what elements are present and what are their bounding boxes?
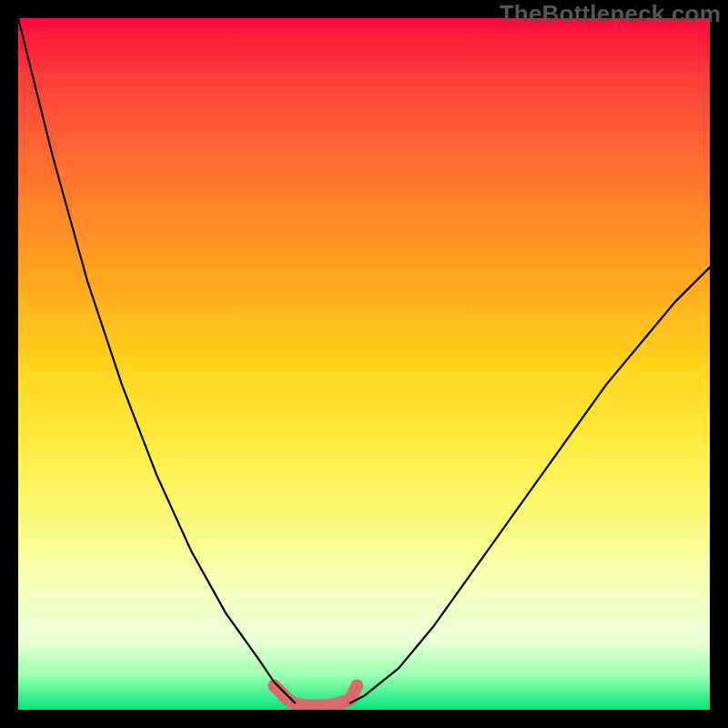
curve-layer xyxy=(18,18,710,710)
plot-area xyxy=(18,18,710,710)
watermark-text: TheBottleneck.com xyxy=(500,0,721,28)
chart-root: TheBottleneck.com xyxy=(0,0,728,728)
left-curve-path xyxy=(18,18,295,703)
right-curve-path xyxy=(350,268,710,703)
